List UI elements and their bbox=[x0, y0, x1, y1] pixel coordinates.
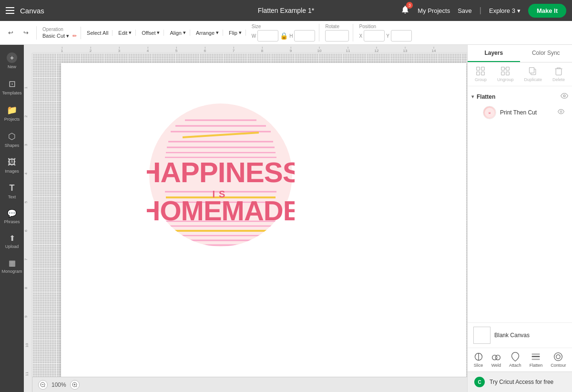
svg-rect-36 bbox=[506, 67, 510, 71]
explore-button[interactable]: Explore 3 ▾ bbox=[489, 7, 521, 14]
images-icon: 🖼 bbox=[8, 157, 16, 167]
align-group: Align ▾ bbox=[170, 30, 190, 36]
sidebar-item-text[interactable]: T Text bbox=[1, 179, 23, 203]
ruler-h-tick-14: 14 bbox=[432, 49, 436, 53]
upload-icon: ⬆ bbox=[9, 234, 15, 243]
eye-icon[interactable] bbox=[561, 92, 568, 101]
svg-rect-31 bbox=[477, 67, 480, 71]
size-w-input[interactable] bbox=[257, 30, 278, 41]
make-it-button[interactable]: Make It bbox=[528, 4, 566, 18]
tab-color-sync[interactable]: Color Sync bbox=[520, 45, 572, 62]
flip-group: Flip ▾ bbox=[229, 30, 246, 36]
flip-dropdown[interactable]: Flip ▾ bbox=[229, 30, 242, 36]
menu-icon[interactable] bbox=[6, 7, 14, 14]
pos-y-label: Y bbox=[386, 33, 389, 39]
sidebar-item-phrases[interactable]: 💬 Phrases bbox=[1, 205, 23, 228]
right-panel: Layers Color Sync Group Ungroup Duplicat… bbox=[467, 45, 572, 392]
sidebar-item-shapes[interactable]: ⬡ Shapes bbox=[1, 127, 23, 152]
zoom-level: 100% bbox=[51, 382, 66, 388]
sidebar-item-templates[interactable]: ⊡ Templates bbox=[1, 75, 23, 99]
zoom-bar: 100% bbox=[32, 377, 467, 392]
offset-dropdown[interactable]: Offset ▾ bbox=[142, 30, 160, 36]
edit-dropdown-arrow: ▾ bbox=[129, 30, 132, 36]
delete-action[interactable]: Delete bbox=[552, 66, 565, 82]
edit-group: Edit ▾ bbox=[118, 30, 136, 36]
notifications-button[interactable]: 3 bbox=[400, 5, 410, 16]
ruler-h-tick-7: 7 bbox=[233, 49, 235, 53]
ungroup-action[interactable]: Ungroup bbox=[497, 66, 514, 82]
operation-group: Operation Basic Cut ▾ ✏ bbox=[42, 27, 81, 39]
edit-pencil-icon[interactable]: ✏ bbox=[72, 33, 77, 39]
contour-label: Contour bbox=[551, 363, 566, 368]
ruler-h-tick-8: 8 bbox=[261, 49, 263, 53]
svg-rect-52 bbox=[532, 359, 540, 360]
undo-button[interactable]: ↩ bbox=[4, 26, 17, 40]
top-nav: Canvas Flatten Example 1* 3 My Projects … bbox=[0, 0, 572, 21]
size-h-input[interactable] bbox=[294, 30, 315, 41]
attach-action[interactable]: Attach bbox=[509, 352, 521, 368]
ruler-v-tick-2: 2 bbox=[24, 115, 28, 117]
rotate-label: Rotate bbox=[325, 24, 349, 29]
flatten-action[interactable]: Flatten bbox=[530, 352, 543, 368]
contour-action[interactable]: Contour bbox=[551, 352, 566, 368]
artwork-container[interactable]: HAPPINESS IS HOMEMADE bbox=[147, 87, 295, 268]
tab-layers[interactable]: Layers bbox=[468, 45, 520, 62]
redo-button[interactable]: ↪ bbox=[19, 26, 32, 40]
ruler-v-tick-6: 6 bbox=[24, 230, 28, 232]
blank-canvas-label: Blank Canvas bbox=[494, 332, 530, 339]
pos-x-input[interactable] bbox=[364, 30, 385, 41]
svg-point-45 bbox=[560, 111, 562, 113]
svg-rect-51 bbox=[532, 353, 540, 355]
bottom-actions-row: Slice Weld Attach Flatten Contour bbox=[468, 348, 572, 371]
canvas-scroll[interactable]: HAPPINESS IS HOMEMADE bbox=[32, 53, 467, 377]
duplicate-action[interactable]: Duplicate bbox=[524, 66, 542, 82]
app-title: Canvas bbox=[20, 7, 44, 15]
weld-label: Weld bbox=[491, 363, 501, 368]
sidebar-item-projects[interactable]: 📁 Projects bbox=[1, 101, 23, 125]
doc-title: Flatten Example 1* bbox=[258, 7, 314, 14]
layer-group-header[interactable]: ▾ Flatten bbox=[471, 90, 568, 103]
divider: | bbox=[480, 6, 481, 15]
canvas-background: HAPPINESS IS HOMEMADE bbox=[32, 53, 467, 377]
sidebar-item-upload-label: Upload bbox=[5, 244, 19, 249]
edit-dropdown[interactable]: Edit ▾ bbox=[118, 30, 132, 36]
layer-eye-icon[interactable] bbox=[558, 108, 564, 117]
select-all-button[interactable]: Select All bbox=[87, 30, 108, 36]
attach-label: Attach bbox=[509, 363, 521, 368]
svg-rect-35 bbox=[501, 67, 505, 71]
weld-action[interactable]: Weld bbox=[491, 352, 501, 368]
canvas-area[interactable]: 1 2 3 4 5 6 7 8 9 10 11 12 13 14 1 2 3 4… bbox=[24, 45, 467, 392]
ruler-h-tick-13: 13 bbox=[403, 49, 408, 53]
ruler-corner bbox=[24, 45, 32, 53]
sidebar-item-images[interactable]: 🖼 Images bbox=[1, 154, 23, 177]
rotate-input[interactable] bbox=[325, 30, 349, 41]
svg-rect-41 bbox=[530, 68, 534, 73]
size-label: Size bbox=[252, 24, 316, 29]
position-group: Position X Y bbox=[359, 24, 415, 41]
zoom-out-button[interactable] bbox=[38, 380, 48, 390]
group-action[interactable]: Group bbox=[475, 66, 487, 82]
sidebar-item-new[interactable]: + New bbox=[1, 49, 23, 73]
ruler-h-tick-2: 2 bbox=[90, 49, 92, 53]
size-w-label: W bbox=[252, 33, 256, 39]
layers-content: ▾ Flatten H Print Then Cut bbox=[468, 86, 572, 322]
sidebar-item-upload[interactable]: ⬆ Upload bbox=[1, 230, 23, 253]
save-button[interactable]: Save bbox=[458, 7, 472, 14]
sidebar-item-images-label: Images bbox=[5, 169, 19, 174]
cricut-banner[interactable]: C Try Cricut Access for free bbox=[468, 371, 572, 392]
zoom-in-button[interactable] bbox=[70, 380, 80, 390]
sidebar-item-monogram[interactable]: ▦ Monogram bbox=[1, 255, 23, 278]
arrange-dropdown-arrow: ▾ bbox=[216, 30, 219, 36]
layer-group-flatten: ▾ Flatten H Print Then Cut bbox=[468, 88, 572, 124]
slice-action[interactable]: Slice bbox=[474, 352, 483, 368]
my-projects-link[interactable]: My Projects bbox=[418, 7, 450, 14]
dropdown-arrow: ▾ bbox=[66, 33, 69, 39]
layer-item-name: Print Then Cut bbox=[500, 109, 537, 116]
arrange-dropdown[interactable]: Arrange ▾ bbox=[196, 30, 219, 36]
layer-item-print-then-cut[interactable]: H Print Then Cut bbox=[471, 103, 568, 122]
operation-select[interactable]: Basic Cut ▾ ✏ bbox=[42, 33, 77, 39]
shapes-icon: ⬡ bbox=[8, 131, 16, 142]
align-dropdown[interactable]: Align ▾ bbox=[170, 30, 185, 36]
ruler-v-tick-7: 7 bbox=[24, 258, 28, 260]
pos-y-input[interactable] bbox=[391, 30, 412, 41]
